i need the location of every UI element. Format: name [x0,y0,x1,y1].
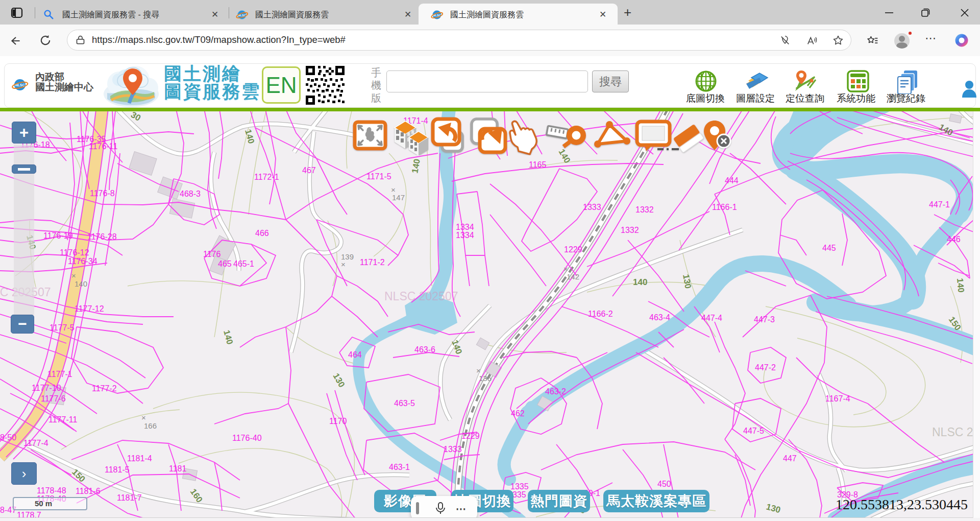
svg-text:465: 465 [218,259,232,268]
svg-text:1176: 1176 [203,250,221,258]
svg-text:140: 140 [633,277,647,287]
svg-text:1177-4: 1177-4 [23,439,48,447]
svg-text:447-4: 447-4 [701,314,722,322]
svg-text:1176-19: 1176-19 [43,231,73,240]
svg-text:463-5: 463-5 [394,399,415,408]
svg-text:×: × [341,260,346,269]
svg-text:463-4: 463-4 [649,313,670,322]
svg-text:1167-4: 1167-4 [825,394,850,403]
svg-text:1181-5: 1181-5 [105,465,130,474]
svg-text:1171-2: 1171-2 [360,258,385,267]
svg-text:1181-6: 1181-6 [76,487,101,495]
svg-text:464: 464 [348,350,362,359]
svg-text:1335: 1335 [510,482,529,491]
svg-text:140: 140 [955,278,966,293]
svg-text:1166-2: 1166-2 [588,310,613,318]
svg-text:462: 462 [511,409,525,418]
svg-text:1177-6: 1177-6 [41,394,66,403]
svg-text:147: 147 [392,193,405,202]
svg-text:447-2: 447-2 [755,363,776,372]
svg-text:142: 142 [567,272,579,281]
svg-text:135: 135 [479,374,492,383]
svg-text:1177-12: 1177-12 [75,304,104,313]
svg-text:463-2: 463-2 [545,387,566,396]
svg-text:1178-48: 1178-48 [37,486,66,495]
svg-text:140: 140 [75,279,87,288]
svg-text:8-50: 8-50 [0,433,16,442]
svg-text:1172-1: 1172-1 [254,173,279,181]
svg-text:1177-5: 1177-5 [50,323,75,332]
svg-text:445: 445 [822,244,836,252]
svg-text:1177-2: 1177-2 [92,384,117,393]
svg-text:NLSC 202507: NLSC 202507 [384,290,458,303]
svg-text:1165: 1165 [529,160,547,169]
svg-text:1181-7: 1181-7 [117,493,142,502]
svg-text:447-1: 447-1 [929,200,950,209]
svg-text:444: 444 [725,176,739,185]
svg-text:463-6: 463-6 [414,345,435,354]
svg-text:447-3: 447-3 [754,315,775,324]
svg-text:×: × [71,271,76,280]
svg-text:1333: 1333 [583,203,601,211]
svg-text:×: × [141,413,146,422]
svg-text:1177-11: 1177-11 [48,415,77,424]
svg-text:1334: 1334 [456,231,474,240]
svg-text:1171-5: 1171-5 [366,172,391,181]
svg-text:1332: 1332 [635,205,654,214]
svg-text:463-1: 463-1 [389,463,410,471]
svg-text:1177-1: 1177-1 [47,370,72,378]
svg-text:1229: 1229 [461,432,480,440]
svg-text:446: 446 [947,235,961,244]
svg-text:1181: 1181 [169,464,187,473]
svg-text:166: 166 [144,421,157,430]
svg-text:1333: 1333 [444,445,462,454]
svg-text:1177-10: 1177-10 [32,384,61,392]
svg-text:447-5: 447-5 [743,427,764,435]
svg-text:1170: 1170 [329,417,347,425]
svg-text:466: 466 [255,229,269,238]
svg-text:1176-11: 1176-11 [89,142,117,151]
svg-text:1176-28: 1176-28 [87,232,117,241]
svg-text:1166-1: 1166-1 [712,203,737,211]
svg-text:467: 467 [302,166,316,175]
svg-text:1332: 1332 [621,226,639,234]
svg-text:1229: 1229 [564,245,582,254]
svg-text:468-3: 468-3 [180,190,201,198]
svg-text:447: 447 [783,454,797,463]
svg-text:1176-34: 1176-34 [68,257,97,266]
svg-text:450: 450 [657,480,671,488]
svg-text:1176-8: 1176-8 [90,189,115,198]
svg-text:465-1: 465-1 [233,259,254,268]
svg-text:1334: 1334 [456,223,474,231]
svg-text:1176-40: 1176-40 [232,434,262,442]
svg-text:1181-4: 1181-4 [127,454,152,463]
svg-text:1176-12: 1176-12 [60,248,89,257]
